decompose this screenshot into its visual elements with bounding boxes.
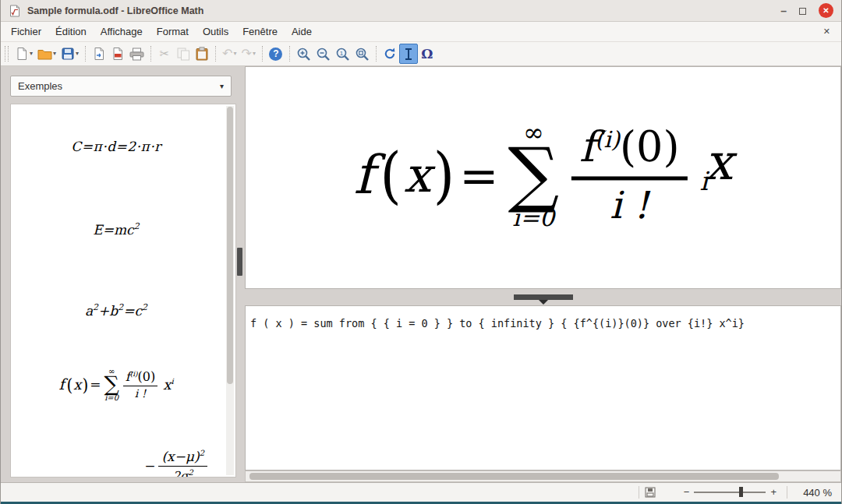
restore-icon xyxy=(799,8,806,15)
printer-icon xyxy=(129,48,144,61)
zoom-in-icon xyxy=(296,47,311,62)
export-button[interactable] xyxy=(90,44,108,64)
example-formula-3[interactable]: a2+b2=c2 xyxy=(11,302,221,319)
zoom-slider[interactable] xyxy=(694,486,766,499)
menu-fichier[interactable]: Fichier xyxy=(4,23,48,41)
new-document-icon xyxy=(15,47,29,61)
examples-list: C=π·d=2·π·r E=mc2 a2+b2=c2 f(x)= ∞ ∑ i=0… xyxy=(10,104,236,478)
open-folder-icon xyxy=(37,48,52,60)
menu-affichage[interactable]: Affichage xyxy=(94,23,150,41)
help-button[interactable]: ? xyxy=(267,44,285,64)
summation: ∞ ∑ i=0 xyxy=(104,368,119,402)
formula-command-editor[interactable]: f ( x ) = sum from { { i = 0 } } to { in… xyxy=(245,305,841,471)
elements-sidebar: Exemples ▾ C=π·d=2·π·r E=mc2 a2+b2=c2 f(… xyxy=(9,66,236,482)
fraction: f(i)(0) i ! xyxy=(123,371,158,399)
statusbar-separator xyxy=(787,486,787,499)
main-pane: f(x)= ∞ ∑ i=0 f(i)(0) i ! xi f xyxy=(245,66,841,482)
zoom-all-button[interactable] xyxy=(352,44,372,64)
undo-icon: ↶ xyxy=(222,48,232,59)
zoom-in-button[interactable]: + xyxy=(766,487,781,498)
toolbar-separator xyxy=(150,46,151,62)
toolbar-separator xyxy=(289,46,290,62)
close-button[interactable]: ✕ xyxy=(819,3,833,18)
window-controls: – ✕ xyxy=(780,3,833,18)
example-formula-1[interactable]: C=π·d=2·π·r xyxy=(11,139,221,154)
undo-button[interactable]: ↶ ▾ xyxy=(220,44,239,64)
omega-icon: Ω xyxy=(421,46,433,62)
restore-button[interactable] xyxy=(799,4,806,18)
print-button[interactable] xyxy=(127,44,147,64)
command-text[interactable]: f ( x ) = sum from { { i = 0 } } to { in… xyxy=(246,306,840,340)
minimize-button[interactable]: – xyxy=(780,7,787,15)
formula-preview-pane[interactable]: f(x)= ∞ ∑ i=0 f(i)(0) i ! xi xyxy=(245,66,841,289)
copy-icon xyxy=(177,48,190,61)
toolbar-separator xyxy=(85,46,86,62)
zoom-slider-thumb[interactable] xyxy=(739,487,743,497)
clipboard-icon xyxy=(196,47,208,61)
zoom-out-icon xyxy=(316,47,331,62)
menu-edition[interactable]: Édition xyxy=(48,23,94,41)
horizontal-splitter-handle[interactable] xyxy=(514,294,573,300)
cut-button[interactable]: ✂ xyxy=(155,44,174,64)
workspace: Exemples ▾ C=π·d=2·π·r E=mc2 a2+b2=c2 f(… xyxy=(1,66,841,482)
app-window: Sample formula.odf - LibreOffice Math – … xyxy=(0,0,842,504)
rendered-formula: f(x)= ∞ ∑ i=0 f(i)(0) i ! xi xyxy=(353,120,732,230)
save-status-icon xyxy=(645,487,656,498)
chevron-down-icon: ▾ xyxy=(233,51,236,57)
zoom-in-button[interactable] xyxy=(294,44,313,64)
vertical-splitter-handle[interactable] xyxy=(237,248,242,276)
open-button[interactable]: ▾ xyxy=(35,44,58,64)
menu-outils[interactable]: Outils xyxy=(196,23,235,41)
redo-icon: ↷ xyxy=(241,48,251,59)
sidebar-scrollbar[interactable] xyxy=(226,106,234,475)
horizontal-scrollbar[interactable] xyxy=(245,471,841,482)
zoom-100-icon: 1 xyxy=(335,47,350,62)
category-dropdown-value: Exemples xyxy=(18,80,62,92)
zoom-100-button[interactable]: 1 xyxy=(333,44,352,64)
menu-format[interactable]: Format xyxy=(150,23,196,41)
sidebar-scrollbar-thumb[interactable] xyxy=(227,107,233,384)
horizontal-splitter[interactable] xyxy=(245,289,841,305)
export-pdf-button[interactable] xyxy=(108,44,127,64)
formula-cursor-button[interactable] xyxy=(399,44,418,64)
new-document-button[interactable]: ▾ xyxy=(12,44,35,64)
menu-aide[interactable]: Aide xyxy=(285,23,319,41)
save-button[interactable]: ▾ xyxy=(58,44,81,64)
svg-text:1: 1 xyxy=(340,50,344,57)
chevron-down-icon: ▾ xyxy=(220,82,224,90)
example-formula-4[interactable]: f(x)= ∞ ∑ i=0 f(i)(0) i ! xi xyxy=(11,368,221,402)
text-cursor-icon xyxy=(403,48,414,61)
redo-button[interactable]: ↷ ▾ xyxy=(239,44,257,64)
pdf-icon xyxy=(111,47,125,61)
save-icon xyxy=(61,47,75,61)
refresh-icon xyxy=(383,47,397,61)
zoom-out-button[interactable]: − xyxy=(679,487,695,498)
document-close-icon[interactable]: ✕ xyxy=(815,26,838,37)
category-dropdown[interactable]: Exemples ▾ xyxy=(10,76,232,97)
scissors-icon: ✂ xyxy=(160,47,170,61)
example-formula-5[interactable]: − (x−μ)2 2σ2 xyxy=(144,449,207,478)
fraction: f(i)(0) i ! xyxy=(571,127,687,224)
document-modified-indicator[interactable] xyxy=(645,487,656,498)
update-button[interactable] xyxy=(380,44,399,64)
summation: ∞ ∑ i=0 xyxy=(508,120,559,230)
window-title: Sample formula.odf - LibreOffice Math xyxy=(27,5,203,16)
example-formula-2[interactable]: E=mc2 xyxy=(11,221,221,238)
chevron-down-icon: ▾ xyxy=(53,51,56,57)
menubar: Fichier Édition Affichage Format Outils … xyxy=(1,22,841,42)
copy-button[interactable] xyxy=(174,44,193,64)
paste-button[interactable] xyxy=(193,44,211,64)
symbols-button[interactable]: Ω xyxy=(418,44,437,64)
zoom-slider-track[interactable] xyxy=(694,492,766,493)
titlebar[interactable]: Sample formula.odf - LibreOffice Math – … xyxy=(1,0,841,22)
horizontal-scrollbar-thumb[interactable] xyxy=(249,473,779,480)
zoom-out-button[interactable] xyxy=(313,44,333,64)
zoom-all-icon xyxy=(355,47,370,62)
zoom-level[interactable]: 440 % xyxy=(793,487,841,499)
menu-fenetre[interactable]: Fenêtre xyxy=(235,23,285,41)
chevron-down-icon: ▾ xyxy=(253,51,256,57)
sigma-icon: ∑ xyxy=(508,145,559,203)
statusbar: − + 440 % xyxy=(1,482,841,502)
toolbar-grip[interactable] xyxy=(5,46,9,62)
small-rendered-formula: f(x)= ∞ ∑ i=0 f(i)(0) i ! xi xyxy=(58,368,173,402)
